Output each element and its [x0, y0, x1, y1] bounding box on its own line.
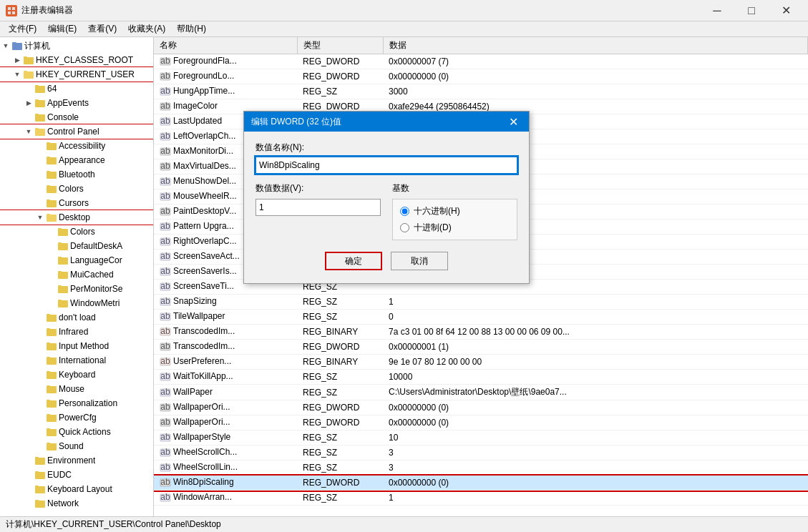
tree-item-keyboard[interactable]: ▶ Keyboard	[0, 368, 153, 382]
expander-hkcu[interactable]: ▼	[11, 69, 23, 80]
expander-accessibility[interactable]: ▶	[34, 140, 46, 152]
table-row[interactable]: abWaitToKillApp...REG_SZ10000	[154, 370, 808, 385]
menu-edit[interactable]: 编辑(E)	[42, 21, 82, 36]
dialog-close-button[interactable]: ✕	[505, 113, 522, 130]
expander-mouse[interactable]: ▶	[34, 383, 46, 395]
radio-hex-input[interactable]	[400, 207, 409, 216]
table-row[interactable]: abWheelScrollLin...REG_SZ3	[154, 460, 808, 476]
tree-item-desktop[interactable]: ▼ Desktop	[0, 210, 153, 225]
radio-hex-label[interactable]: 十六进制(H)	[400, 205, 510, 217]
expander-sound[interactable]: ▶	[34, 440, 46, 452]
tree-item-eudc[interactable]: ▶ EUDC	[0, 468, 153, 482]
expander-desktop[interactable]: ▼	[34, 212, 46, 223]
expander-inputmethod[interactable]: ▶	[34, 340, 46, 352]
dialog-ok-button[interactable]: 确定	[325, 252, 382, 270]
table-row[interactable]: abWallpaperOri...REG_DWORD0x00000000 (0)	[154, 400, 808, 415]
tree-item-computer[interactable]: ▼ 计算机	[0, 39, 153, 53]
radio-dec-input[interactable]	[400, 223, 409, 232]
expander-quickactions[interactable]: ▶	[34, 426, 46, 438]
radio-dec-label[interactable]: 十进制(D)	[400, 222, 510, 234]
tree-item-64[interactable]: ▶ 64	[0, 82, 153, 96]
expander-dontload[interactable]: ▶	[34, 312, 46, 323]
menu-view[interactable]: 查看(V)	[82, 21, 122, 36]
expander-international[interactable]: ▶	[34, 355, 46, 366]
expander-cursors[interactable]: ▶	[34, 197, 46, 209]
table-row[interactable]: abHungAppTime...REG_SZ3000	[154, 84, 808, 99]
table-row[interactable]: abWallpaperStyleREG_SZ10	[154, 430, 808, 445]
expander-appevents[interactable]: ▶	[23, 97, 34, 109]
tree-item-dontload[interactable]: ▶ don't load	[0, 310, 153, 325]
expander-bluetooth[interactable]: ▶	[34, 169, 46, 180]
tree-item-cursors[interactable]: ▶ Cursors	[0, 196, 153, 210]
expander-muicached[interactable]: ▶	[46, 269, 57, 280]
expander-defaultdeska[interactable]: ▶	[46, 240, 57, 252]
expander-windowmetri[interactable]: ▶	[46, 297, 57, 309]
expander-console[interactable]: ▶	[23, 112, 34, 123]
table-row[interactable]: abWindowArran...REG_SZ1	[154, 491, 808, 506]
tree-item-inputmethod[interactable]: ▶ Input Method	[0, 339, 153, 353]
tree-item-quickactions[interactable]: ▶ Quick Actions	[0, 425, 153, 439]
tree-item-hkcr[interactable]: ▶ HKEY_CLASSES_ROOT	[0, 53, 153, 67]
expander-colors[interactable]: ▶	[34, 183, 46, 194]
expander-languagecor[interactable]: ▶	[46, 255, 57, 266]
expander-eudc[interactable]: ▶	[23, 469, 34, 481]
table-row[interactable]: abForegroundLo...REG_DWORD0x00000000 (0)	[154, 69, 808, 84]
tree-item-control-panel[interactable]: ▼ Control Panel	[0, 124, 153, 139]
tree-item-permonitorse[interactable]: ▶ PerMonitorSe	[0, 282, 153, 296]
close-button[interactable]: ✕	[769, 1, 802, 21]
table-row[interactable]: abForegroundFla...REG_DWORD0x00000007 (7…	[154, 54, 808, 69]
expander-personalization[interactable]: ▶	[34, 398, 46, 409]
table-row[interactable]: abWallpaperOri...REG_DWORD0x00000000 (0)	[154, 415, 808, 430]
tree-item-sound[interactable]: ▶ Sound	[0, 439, 153, 453]
dialog-data-input[interactable]	[255, 199, 381, 216]
table-row[interactable]: abUserPreferen...REG_BINARY9e 1e 07 80 1…	[154, 355, 808, 370]
table-row[interactable]: abWheelScrollCh...REG_SZ3	[154, 445, 808, 460]
expander-hkcr[interactable]: ▶	[11, 54, 23, 66]
tree-item-infrared[interactable]: ▶ Infrared	[0, 325, 153, 339]
tree-item-colors2[interactable]: ▶ Colors	[0, 225, 153, 239]
tree-item-languagecor[interactable]: ▶ LanguageCor	[0, 253, 153, 267]
table-row[interactable]: abSnapSizingREG_SZ1	[154, 295, 808, 310]
tree-item-mouse[interactable]: ▶ Mouse	[0, 382, 153, 396]
dialog-cancel-button[interactable]: 取消	[391, 252, 448, 270]
tree-item-defaultdeska[interactable]: ▶ DefaultDeskA	[0, 239, 153, 253]
edit-dword-dialog[interactable]: 编辑 DWORD (32 位)值 ✕ 数值名称(N): 数值数据(V): 基数	[243, 111, 530, 284]
tree-item-console[interactable]: ▶ Console	[0, 110, 153, 124]
menu-favorites[interactable]: 收藏夹(A)	[122, 21, 171, 36]
tree-item-accessibility[interactable]: ▶ Accessibility	[0, 139, 153, 153]
registry-tree[interactable]: ▼ 计算机 ▶ HKEY_CLASSES_ROOT ▼ H	[0, 37, 154, 516]
expander-control-panel[interactable]: ▼	[23, 126, 34, 137]
tree-item-muicached[interactable]: ▶ MuiCached	[0, 267, 153, 282]
tree-item-keyboardlayout[interactable]: ▶ Keyboard Layout	[0, 482, 153, 496]
expander-64[interactable]: ▶	[23, 83, 34, 94]
expander-environment[interactable]: ▶	[23, 455, 34, 466]
tree-item-colors[interactable]: ▶ Colors	[0, 182, 153, 196]
menu-file[interactable]: 文件(F)	[3, 21, 42, 36]
expander-appearance[interactable]: ▶	[34, 154, 46, 166]
expander-powercfg[interactable]: ▶	[34, 412, 46, 423]
table-row[interactable]: abWallPaperREG_SZC:\Users\Administrator\…	[154, 385, 808, 400]
tree-item-powercfg[interactable]: ▶ PowerCfg	[0, 410, 153, 425]
expander-keyboard[interactable]: ▶	[34, 369, 46, 380]
tree-item-environment[interactable]: ▶ Environment	[0, 453, 153, 468]
menu-help[interactable]: 帮助(H)	[171, 21, 212, 36]
tree-item-appearance[interactable]: ▶ Appearance	[0, 153, 153, 167]
expander-computer[interactable]: ▼	[0, 40, 11, 51]
tree-item-windowmetri[interactable]: ▶ WindowMetri	[0, 296, 153, 310]
table-row[interactable]: abTileWallpaperREG_SZ0	[154, 310, 808, 325]
expander-network[interactable]: ▶	[23, 498, 34, 509]
minimize-button[interactable]: ─	[701, 1, 734, 21]
tree-item-network[interactable]: ▶ Network	[0, 496, 153, 511]
expander-colors2[interactable]: ▶	[46, 226, 57, 237]
tree-item-hkcu[interactable]: ▼ HKEY_CURRENT_USER	[0, 67, 153, 82]
table-row[interactable]: abTranscodedIm...REG_BINARY7a c3 01 00 8…	[154, 325, 808, 340]
dialog-name-input[interactable]	[255, 157, 517, 174]
tree-item-bluetooth[interactable]: ▶ Bluetooth	[0, 167, 153, 182]
expander-keyboardlayout[interactable]: ▶	[23, 483, 34, 495]
table-row[interactable]: abWin8DpiScalingREG_DWORD0x00000000 (0)	[154, 476, 808, 491]
maximize-button[interactable]: □	[735, 1, 768, 21]
expander-permonitorse[interactable]: ▶	[46, 283, 57, 295]
tree-item-international[interactable]: ▶ International	[0, 353, 153, 368]
tree-item-appevents[interactable]: ▶ AppEvents	[0, 96, 153, 110]
expander-infrared[interactable]: ▶	[34, 326, 46, 338]
